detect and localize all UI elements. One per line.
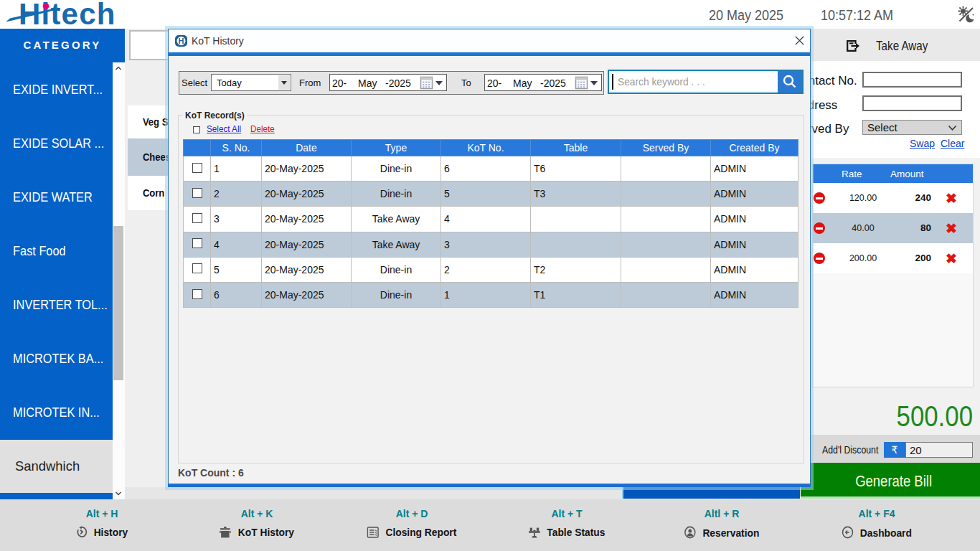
svg-text:H: H — [179, 37, 184, 45]
